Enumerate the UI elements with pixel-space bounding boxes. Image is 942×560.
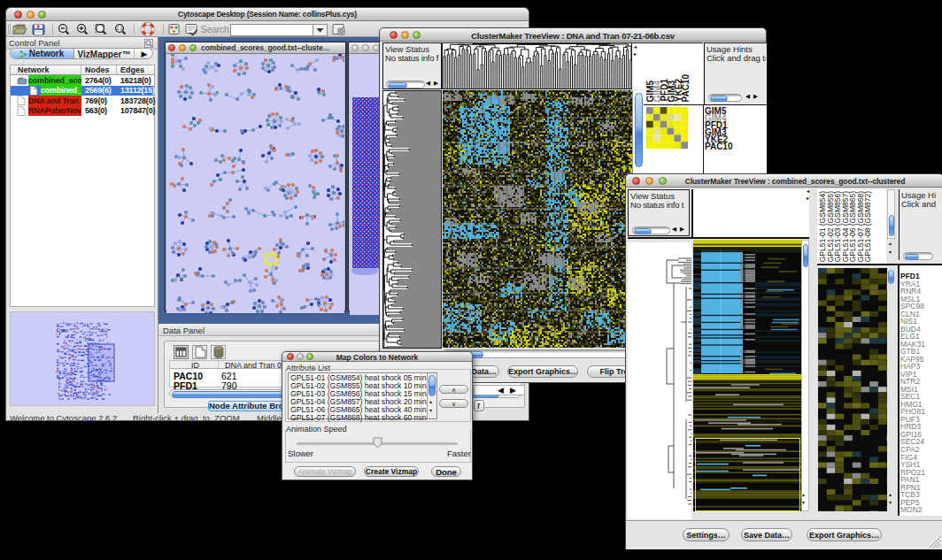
svg-text:Search:: Search: — [201, 25, 231, 35]
svg-text:1:1: 1:1 — [117, 26, 123, 31]
